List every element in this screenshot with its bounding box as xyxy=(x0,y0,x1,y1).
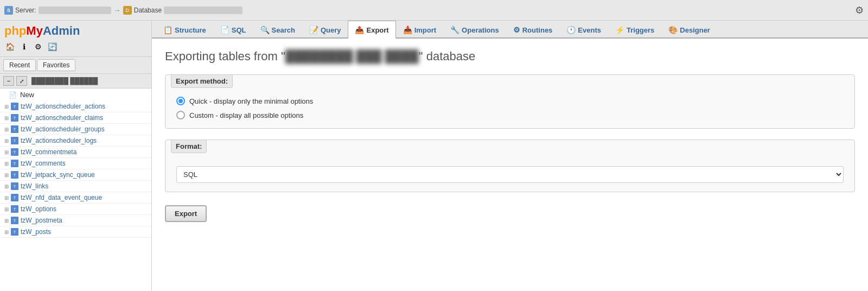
expand-icon: ⊞ xyxy=(4,104,9,110)
operations-tab-icon: 🔧 xyxy=(450,26,459,34)
tab-structure[interactable]: 📋 Structure xyxy=(156,21,213,39)
table-icon: T xyxy=(11,103,18,110)
table-name: tzW_options xyxy=(21,205,56,213)
export-button[interactable]: Export xyxy=(165,205,207,222)
events-tab-icon: 🕐 xyxy=(566,26,576,34)
table-icon: T xyxy=(11,217,18,224)
radio-custom-label: Custom - display all possible options xyxy=(189,111,303,119)
expand-icon: ⊞ xyxy=(4,161,9,167)
tab-recent[interactable]: Recent xyxy=(3,59,36,71)
list-item[interactable]: ⊞ T tzW_options xyxy=(0,204,151,215)
sidebar-db-blurred: ████████ ██████ xyxy=(29,77,100,85)
list-item[interactable]: ⊞ T tzW_actionscheduler_actions xyxy=(0,101,151,112)
content-area: 📋 Structure 📄 SQL 🔍 Search 📝 Query 📤 Exp… xyxy=(152,21,868,291)
logo-text: phpMyAdmin xyxy=(4,24,80,38)
logo-admin: Admin xyxy=(43,24,80,37)
tab-export-label: Export xyxy=(366,26,388,34)
table-name: tzW_postmeta xyxy=(21,217,62,224)
table-icon: T xyxy=(11,125,18,133)
list-item[interactable]: ⊞ T tzW_posts xyxy=(0,226,151,238)
radio-custom-option[interactable]: Custom - display all possible options xyxy=(176,111,844,119)
list-item[interactable]: ⊞ T tzW_links xyxy=(0,181,151,192)
export-method-legend: Export method: xyxy=(171,74,233,88)
list-item[interactable]: ⊞ T tzW_actionscheduler_groups xyxy=(0,124,151,135)
table-name: tzW_jetpack_sync_queue xyxy=(21,171,95,179)
logo-php: php xyxy=(4,24,26,37)
format-select[interactable]: SQL xyxy=(176,166,844,183)
info-icon[interactable]: ℹ xyxy=(18,41,29,52)
expand-icon: ⊞ xyxy=(4,206,9,212)
tab-triggers-label: Triggers xyxy=(627,26,654,34)
sidebar-icons: 🏠 ℹ ⚙ 🔄 xyxy=(4,40,147,53)
list-item[interactable]: ⊞ T tzW_nfd_data_event_queue xyxy=(0,192,151,204)
sidebar-tabs: Recent Favorites xyxy=(0,57,151,74)
format-content: SQL xyxy=(165,153,854,192)
list-item[interactable]: ⊞ T tzW_commentmeta xyxy=(0,147,151,158)
tab-routines[interactable]: ⚙ Routines xyxy=(506,21,560,39)
export-method-fieldset: Export method: Quick - display only the … xyxy=(165,74,855,129)
list-item[interactable]: ⊞ T tzW_comments xyxy=(0,158,151,169)
expand-icon: ⊞ xyxy=(4,149,9,155)
expand-icon: ⊞ xyxy=(4,184,9,189)
table-icon: T xyxy=(11,137,18,144)
breadcrumb: S Server: ████████████ → D Database ████… xyxy=(4,6,242,15)
tab-events[interactable]: 🕐 Events xyxy=(559,21,608,39)
collapse-all-button[interactable]: − xyxy=(3,76,14,86)
expand-all-button[interactable]: ⤢ xyxy=(16,76,27,86)
table-icon: T xyxy=(11,171,18,179)
server-icon: S xyxy=(4,6,13,15)
radio-quick-button[interactable] xyxy=(176,97,185,105)
tab-query[interactable]: 📝 Query xyxy=(302,21,348,39)
list-item[interactable]: ⊞ T tzW_actionscheduler_claims xyxy=(0,112,151,124)
search-tab-icon: 🔍 xyxy=(260,26,270,34)
tab-sql-label: SQL xyxy=(232,26,246,34)
table-name: tzW_actionscheduler_groups xyxy=(21,125,105,133)
settings-icon[interactable]: ⚙ xyxy=(855,4,864,16)
routines-tab-icon: ⚙ xyxy=(513,26,520,34)
designer-tab-icon: 🎨 xyxy=(668,26,678,34)
tab-triggers[interactable]: ⚡ Triggers xyxy=(608,21,661,39)
settings-sidebar-icon[interactable]: ⚙ xyxy=(33,41,43,52)
list-item[interactable]: ⊞ T tzW_postmeta xyxy=(0,215,151,226)
tab-sql[interactable]: 📄 SQL xyxy=(213,21,253,39)
structure-tab-icon: 📋 xyxy=(163,26,173,34)
db-name-blurred: █████████████ xyxy=(164,7,242,14)
table-icon: T xyxy=(11,114,18,122)
tab-search[interactable]: 🔍 Search xyxy=(253,21,302,39)
new-item-icon: 📄 xyxy=(9,91,17,99)
table-name: tzW_actionscheduler_logs xyxy=(21,137,97,144)
home-icon[interactable]: 🏠 xyxy=(4,41,15,52)
sidebar-new-item[interactable]: 📄 New xyxy=(0,88,151,101)
tab-events-label: Events xyxy=(578,26,601,34)
table-icon: T xyxy=(11,160,18,167)
page-content: Exporting tables from "████████ ███ ████… xyxy=(152,39,868,291)
tab-import[interactable]: 📥 Import xyxy=(396,21,443,39)
list-item[interactable]: ⊞ T tzW_jetpack_sync_queue xyxy=(0,169,151,181)
tab-favorites[interactable]: Favorites xyxy=(37,59,75,71)
radio-quick-label: Quick - display only the minimal options xyxy=(189,97,313,105)
table-name: tzW_actionscheduler_claims xyxy=(21,114,103,122)
tab-query-label: Query xyxy=(321,26,341,34)
triggers-tab-icon: ⚡ xyxy=(615,26,624,34)
tab-operations-label: Operations xyxy=(462,26,499,34)
table-name: tzW_posts xyxy=(21,228,51,236)
expand-icon: ⊞ xyxy=(4,138,9,144)
sidebar: phpMyAdmin 🏠 ℹ ⚙ 🔄 Recent Favorites − ⤢ … xyxy=(0,21,152,291)
export-method-content: Quick - display only the minimal options… xyxy=(165,88,854,128)
sql-tab-icon: 📄 xyxy=(220,26,229,34)
expand-icon: ⊞ xyxy=(4,115,9,121)
table-icon: T xyxy=(11,148,18,156)
list-item[interactable]: ⊞ T tzW_actionscheduler_logs xyxy=(0,135,151,147)
expand-icon: ⊞ xyxy=(4,195,9,201)
server-label: Server: xyxy=(15,7,36,14)
table-name: tzW_comments xyxy=(21,160,66,167)
tab-designer[interactable]: 🎨 Designer xyxy=(661,21,717,39)
tab-operations[interactable]: 🔧 Operations xyxy=(443,21,506,39)
new-item-label: New xyxy=(20,91,34,99)
refresh-icon[interactable]: 🔄 xyxy=(47,41,58,52)
main-layout: phpMyAdmin 🏠 ℹ ⚙ 🔄 Recent Favorites − ⤢ … xyxy=(0,21,868,291)
expand-icon: ⊞ xyxy=(4,229,9,235)
tab-export[interactable]: 📤 Export xyxy=(348,21,395,39)
radio-quick-option[interactable]: Quick - display only the minimal options xyxy=(176,97,844,105)
radio-custom-button[interactable] xyxy=(176,111,185,119)
